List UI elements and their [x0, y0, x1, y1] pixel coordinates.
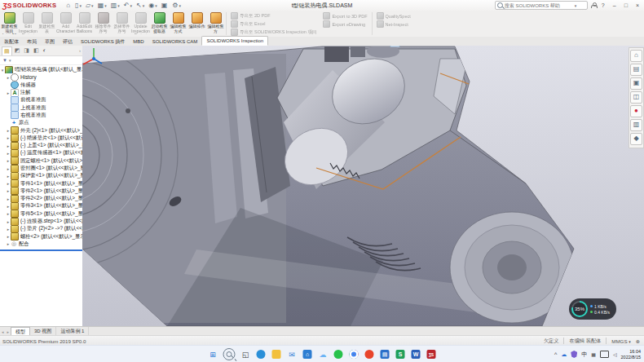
heads-up-button[interactable]: ⚙ ▾: [455, 46, 465, 46]
heads-up-button[interactable]: ↶: [381, 46, 389, 46]
tree-item[interactable]: ▸ (-) 垫片 (2)<2> ->? (默认<<默认>: [0, 225, 82, 232]
ribbon-button[interactable]: 启动检查提取器: [150, 11, 169, 37]
ribbon-tab[interactable]: 草图: [41, 38, 59, 46]
task-pane-icon[interactable]: ⌂: [630, 50, 642, 62]
quick-access-button[interactable]: ▣: [160, 2, 170, 9]
ribbon-button[interactable]: 编辑操作: [187, 11, 206, 37]
task-pane-icon[interactable]: ◫: [630, 91, 642, 104]
ribbon-button[interactable]: 编辑检查方: [206, 11, 225, 37]
tree-item[interactable]: 上视基准面: [0, 104, 82, 111]
filter-funnel-icon[interactable]: ▼: [2, 58, 7, 63]
tree-item[interactable]: ▸ 螺栓<2> (默认<<默认>_显示状态: [0, 233, 82, 241]
search-input[interactable]: [503, 2, 575, 9]
task-pane-icon[interactable]: ●: [630, 105, 642, 117]
quick-access-button[interactable]: ◉▾: [147, 2, 159, 9]
heads-up-button[interactable]: ◫ ▾: [412, 46, 423, 46]
display-icon[interactable]: [600, 351, 609, 358]
quick-access-button[interactable]: ⌂: [64, 2, 73, 9]
tree-root[interactable]: ▾ t型铠装热电偶 (默认<默认_显示状态-1>: [0, 66, 82, 73]
ribbon-tab[interactable]: SOLIDWORKS 插件: [77, 38, 129, 46]
tree-item[interactable]: 前视基准面: [0, 96, 82, 104]
ribbon-button[interactable]: 选择零件序号: [112, 11, 131, 37]
heads-up-button[interactable]: ● ▾: [434, 46, 443, 46]
restore-button[interactable]: □: [622, 2, 630, 8]
filter-caret-icon[interactable]: ▾: [9, 58, 11, 63]
task-pane-icon[interactable]: ◆: [630, 133, 642, 145]
taskbar-app-icon[interactable]: ⌂: [302, 349, 313, 360]
quick-access-button[interactable]: ▱▾: [84, 2, 95, 9]
quick-access-button[interactable]: ▦▾: [96, 2, 108, 9]
heads-up-button[interactable]: ▦ ▾: [443, 46, 454, 46]
close-button[interactable]: ×: [633, 2, 642, 8]
taskbar-app-icon[interactable]: S: [395, 349, 406, 360]
help-button[interactable]: ?: [599, 2, 607, 8]
heads-up-button[interactable]: ⊙: [364, 46, 372, 46]
ribbon-button[interactable]: 移除零件序号: [94, 11, 112, 37]
tree-item[interactable]: ▸ 固定螺栓<1> (默认<<默认>_显示状: [0, 157, 82, 165]
tree-item[interactable]: ▸ 零件2<2> (默认<<默认>_显示状态: [0, 195, 82, 202]
tree-item[interactable]: ▸ 零件5<1> (默认<<默认>_显示状态: [0, 210, 82, 218]
tree-item[interactable]: ▸ 保护套<1> (默认<<默认>_显示状: [0, 172, 82, 179]
graphics-viewport[interactable]: ⊙ ⊡ ↶ ◧: [82, 46, 644, 326]
taskbar-app-icon[interactable]: ⊞: [208, 349, 218, 360]
tree-item[interactable]: ▸ (-) 连接器.step<1> (默认<<默认>: [0, 218, 82, 225]
export-button[interactable]: QualitySpect: [377, 12, 411, 20]
export-button[interactable]: 导出至 SOLIDWORKS Inspection 项目: [231, 29, 316, 36]
quick-access-button[interactable]: ▯▾: [73, 2, 83, 9]
keyboard-icon[interactable]: ▦: [591, 351, 596, 357]
feature-manager-tab[interactable]: ◨: [22, 46, 31, 55]
security-shield-icon[interactable]: [571, 351, 577, 358]
taskbar-app-icon[interactable]: ◱: [240, 349, 251, 360]
taskbar-app-icon[interactable]: ƷS: [426, 349, 437, 360]
ribbon-button[interactable]: 新建检查表: [37, 11, 56, 37]
tree-item[interactable]: 右视基准面: [0, 112, 82, 119]
quick-access-button[interactable]: ↶▾: [122, 2, 134, 9]
ribbon-tab[interactable]: 布局: [23, 38, 41, 46]
ribbon-button[interactable]: 编辑检查方式: [169, 11, 187, 37]
quick-access-button[interactable]: ▥▾: [109, 2, 121, 9]
heads-up-button[interactable]: ◉ ▾: [423, 46, 433, 46]
task-pane-icon[interactable]: ▣: [630, 77, 642, 90]
taskbar-app-icon[interactable]: [223, 348, 236, 360]
ribbon-button[interactable]: Update Inspection Project: [131, 11, 150, 37]
minimize-button[interactable]: –: [611, 2, 619, 8]
ribbon-tab[interactable]: 评估: [59, 38, 77, 46]
heads-up-button[interactable]: ⊡: [373, 46, 381, 46]
feature-manager-tab[interactable]: ◐: [42, 46, 48, 55]
ribbon-tab[interactable]: SOLIDWORKS CAM: [148, 38, 202, 46]
taskbar-app-icon[interactable]: ✉: [287, 349, 298, 360]
export-button[interactable]: Export to 3D PDF: [323, 12, 367, 20]
feature-manager-tab[interactable]: ◧: [32, 46, 41, 55]
help-search-box[interactable]: ▾: [495, 1, 588, 10]
ribbon-tab[interactable]: SOLIDWORKS Inspection: [201, 36, 268, 46]
tree-item[interactable]: ▸ (-) 绝缘垫片<1> (默认<<默认>_显: [0, 135, 82, 142]
user-account-icon[interactable]: [591, 2, 596, 8]
ribbon-button[interactable]: Edit Inspection Project: [19, 11, 37, 37]
tree-item[interactable]: ▸ 密封圈<1> (默认<<默认>_显示状: [0, 165, 82, 172]
tree-item[interactable]: ▸ 外壳 (2)<1> (默认<<默认>_显示状: [0, 126, 82, 134]
tree-item[interactable]: ▸ 零件3<1> (默认<<默认>_显示状态: [0, 202, 82, 210]
export-button[interactable]: Export eDrawing: [323, 20, 367, 28]
ime-indicator[interactable]: 中: [581, 351, 587, 359]
speaker-icon[interactable]: ◁: [613, 351, 617, 357]
tree-item[interactable]: + 原点: [0, 119, 82, 126]
taskbar-app-icon[interactable]: W: [411, 349, 421, 360]
tree-item[interactable]: ▸ 零件2<1> (默认<<默认>_显示状态: [0, 188, 82, 195]
tree-item[interactable]: ▸ A 注解: [0, 89, 82, 96]
taskbar-app-icon[interactable]: [364, 349, 375, 360]
taskbar-app-icon[interactable]: [349, 349, 359, 360]
tree-item[interactable]: ▸ ◎ 配合: [0, 241, 82, 248]
ribbon-tab[interactable]: 装配体: [0, 38, 23, 46]
ribbon-button[interactable]: Add Characteristic: [56, 11, 75, 37]
search-caret-icon[interactable]: ▾: [575, 3, 577, 8]
taskbar-app-icon[interactable]: [333, 349, 344, 360]
ribbon-button[interactable]: 新建检查项目 (amp;N): [0, 11, 19, 37]
tree-item[interactable]: 传感器: [0, 82, 82, 89]
tree-item[interactable]: ▸ (-) 温度传感器<1> (默认<<默认>_: [0, 149, 82, 157]
tray-chevron-icon[interactable]: ^: [554, 351, 557, 357]
onedrive-icon[interactable]: ☁: [561, 351, 567, 358]
tree-item[interactable]: ▸ History: [0, 73, 82, 81]
task-pane-icon[interactable]: ▥: [630, 119, 642, 131]
heads-up-button[interactable]: ◧: [390, 46, 400, 47]
feature-manager-tab[interactable]: ◩: [13, 46, 22, 55]
